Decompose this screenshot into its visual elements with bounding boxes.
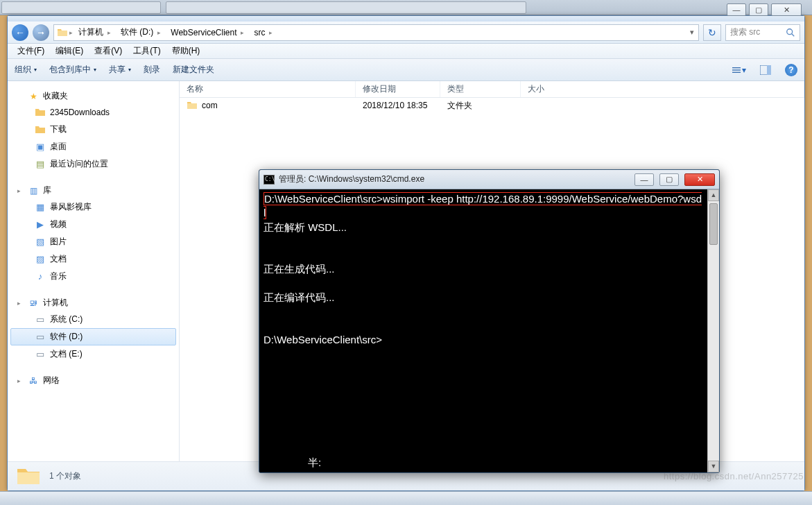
- breadcrumb-seg-project[interactable]: WebServiceClient▸: [166, 25, 250, 40]
- cmd-title-text: 管理员: C:\Windows\system32\cmd.exe: [279, 173, 424, 185]
- scroll-down-button[interactable]: ▼: [708, 461, 719, 472]
- drive-icon: ▭: [35, 349, 46, 360]
- svg-rect-2: [732, 67, 741, 68]
- col-name[interactable]: 名称: [180, 81, 356, 97]
- search-box[interactable]: 搜索 src: [725, 24, 800, 41]
- sidebar-item-baofeng[interactable]: ▦暴风影视库: [10, 198, 176, 216]
- drive-icon: ▭: [35, 332, 46, 343]
- network-icon: 🖧: [28, 375, 39, 386]
- close-button[interactable]: ✕: [771, 3, 802, 16]
- cmd-scrollbar[interactable]: ▲ ▼: [707, 189, 719, 472]
- menu-edit[interactable]: 编辑(E): [51, 44, 87, 58]
- cmd-titlebar[interactable]: 管理员: C:\Windows\system32\cmd.exe — ▢ ✕: [259, 170, 719, 189]
- scroll-thumb[interactable]: [709, 203, 718, 245]
- picture-icon: ▧: [35, 237, 46, 248]
- sidebar-item-documents[interactable]: ▨文档: [10, 250, 176, 268]
- menu-bar: 文件(F) 编辑(E) 查看(V) 工具(T) 帮助(H): [8, 44, 804, 59]
- help-button[interactable]: ?: [785, 64, 797, 76]
- search-icon: [786, 28, 795, 37]
- breadcrumb-label: 计算机: [78, 26, 103, 38]
- recent-icon: ▤: [35, 159, 46, 170]
- breadcrumb-dropdown[interactable]: ▾: [689, 28, 696, 37]
- tool-share[interactable]: 共享▾: [109, 64, 131, 76]
- col-size[interactable]: 大小: [521, 81, 804, 97]
- sidebar-network: ▸🖧网络: [10, 373, 176, 388]
- file-date: 2018/12/10 18:35: [356, 101, 440, 110]
- sidebar-computer: ▸🖳计算机 ▭系统 (C:) ▭软件 (D:) ▭文档 (E:): [10, 295, 176, 363]
- scroll-up-button[interactable]: ▲: [708, 189, 719, 201]
- svg-line-1: [792, 33, 795, 36]
- menu-view[interactable]: 查看(V): [90, 44, 126, 58]
- col-date[interactable]: 修改日期: [356, 81, 440, 97]
- sidebar-item-pictures[interactable]: ▧图片: [10, 233, 176, 250]
- file-row[interactable]: com 2018/12/10 18:35 文件夹: [180, 98, 804, 113]
- sidebar-item-videos[interactable]: ▶视频: [10, 216, 176, 233]
- sidebar-item-drive-c[interactable]: ▭系统 (C:): [10, 311, 176, 328]
- cmd-maximize-button[interactable]: ▢: [659, 173, 679, 186]
- menu-help[interactable]: 帮助(H): [168, 44, 205, 58]
- menu-file[interactable]: 文件(F): [13, 44, 49, 58]
- tool-burn[interactable]: 刻录: [144, 64, 160, 76]
- computer-icon: 🖳: [28, 298, 39, 309]
- cmd-close-button[interactable]: ✕: [684, 173, 715, 186]
- music-icon: ♪: [35, 271, 46, 282]
- nav-bar: ← → ▸ 计算机▸ 软件 (D:)▸ WebServiceClient▸ sr…: [8, 22, 804, 44]
- breadcrumb[interactable]: ▸ 计算机▸ 软件 (D:)▸ WebServiceClient▸ src▸ ▾: [53, 24, 699, 41]
- cmd-minimize-button[interactable]: —: [634, 173, 654, 186]
- folder-icon: [16, 464, 41, 489]
- folder-icon: [187, 100, 198, 111]
- titlebar[interactable]: [8, 16, 804, 22]
- menu-tools[interactable]: 工具(T): [129, 44, 164, 58]
- breadcrumb-label: src: [254, 28, 265, 37]
- sidebar-item-drive-e[interactable]: ▭文档 (E:): [10, 345, 176, 363]
- back-button[interactable]: ←: [12, 24, 28, 41]
- sidebar-head-favorites[interactable]: ★收藏夹: [10, 88, 176, 104]
- toolbar: 组织▾ 包含到库中▾ 共享▾ 刻录 新建文件夹 ▾ ?: [8, 59, 804, 81]
- video-lib-icon: ▦: [35, 202, 46, 213]
- breadcrumb-seg-drive[interactable]: 软件 (D:)▸: [116, 25, 166, 40]
- taskbar-slot: [166, 1, 526, 14]
- sidebar-item-drive-d[interactable]: ▭软件 (D:): [10, 328, 176, 345]
- breadcrumb-seg-computer[interactable]: 计算机▸: [74, 25, 116, 40]
- document-icon: ▨: [35, 254, 46, 265]
- tool-organize[interactable]: 组织▾: [15, 64, 37, 76]
- preview-pane-button[interactable]: [759, 63, 772, 77]
- forward-button[interactable]: →: [33, 24, 49, 41]
- breadcrumb-seg-src[interactable]: src▸: [250, 25, 278, 40]
- col-type[interactable]: 类型: [440, 81, 521, 97]
- host-taskbar-top: [0, 0, 812, 15]
- sidebar-head-network[interactable]: ▸🖧网络: [10, 373, 176, 388]
- tool-include[interactable]: 包含到库中▾: [49, 64, 96, 76]
- sidebar-item-recent[interactable]: ▤最近访问的位置: [10, 155, 176, 173]
- cmd-text: D:\WebServiceClient\src>wsimport -keep h…: [259, 189, 707, 472]
- svg-point-0: [787, 28, 793, 34]
- tool-newfolder[interactable]: 新建文件夹: [173, 64, 214, 76]
- cmd-output[interactable]: D:\WebServiceClient\src>wsimport -keep h…: [259, 189, 719, 472]
- folder-icon: [35, 124, 46, 135]
- sidebar-item-2345downloads[interactable]: 2345Downloads: [10, 104, 176, 121]
- folder-icon: [35, 107, 46, 118]
- minimize-button[interactable]: —: [727, 3, 746, 16]
- column-headers: 名称 修改日期 类型 大小: [180, 81, 804, 98]
- search-placeholder: 搜索 src: [730, 26, 760, 38]
- sidebar: ★收藏夹 2345Downloads 下载 ▣桌面 ▤最近访问的位置 ▸▥库 ▦…: [8, 81, 180, 461]
- file-name: com: [202, 101, 218, 110]
- maximize-button[interactable]: ▢: [749, 3, 768, 16]
- refresh-button[interactable]: ↻: [703, 24, 721, 41]
- breadcrumb-label: WebServiceClient: [171, 28, 236, 37]
- sidebar-item-music[interactable]: ♪音乐: [10, 268, 176, 285]
- breadcrumb-label: 软件 (D:): [121, 26, 153, 38]
- cmd-icon: [264, 175, 275, 185]
- svg-rect-6: [767, 65, 771, 75]
- drive-icon: ▭: [35, 314, 46, 325]
- library-icon: ▥: [28, 185, 39, 196]
- sidebar-head-computer[interactable]: ▸🖳计算机: [10, 295, 176, 311]
- star-icon: ★: [28, 91, 39, 102]
- svg-rect-4: [732, 71, 741, 72]
- sidebar-item-desktop[interactable]: ▣桌面: [10, 138, 176, 155]
- sidebar-head-libraries[interactable]: ▸▥库: [10, 182, 176, 198]
- view-mode-button[interactable]: ▾: [732, 63, 746, 77]
- video-icon: ▶: [35, 219, 46, 230]
- sidebar-item-downloads[interactable]: 下载: [10, 121, 176, 138]
- file-type: 文件夹: [440, 100, 521, 112]
